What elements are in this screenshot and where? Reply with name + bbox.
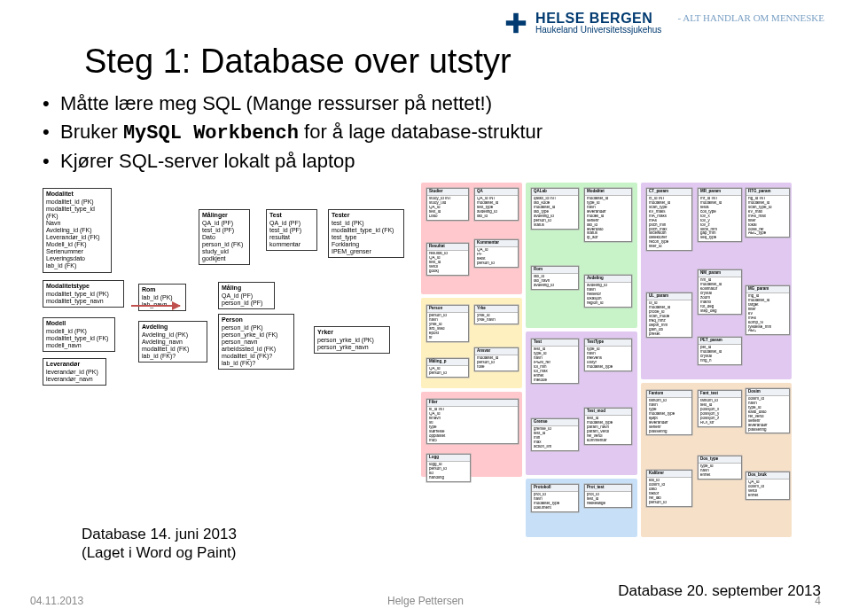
slide-footer: 04.11.2013 Helge Pettersen 4 (30, 595, 821, 607)
schema-box: Dos_typetype_idnavnenhet (698, 456, 742, 480)
schema-box: QAQA_id INTmodalitet_idtest_typeavdeling… (474, 188, 519, 221)
schema-box: Logglogg_idperson_idtidhandling (426, 454, 471, 482)
schema-box: QALabqalab_id INTlab_kodemodalitet_idlab… (531, 188, 579, 230)
slide-title: Steg 1: Database over utstyr (84, 43, 511, 81)
org-name: HELSE BERGEN (535, 12, 661, 26)
svg-rect-1 (506, 20, 526, 26)
org-tagline: - ALT HANDLAR OM MENNESKE (677, 12, 824, 23)
schema-box: Modalitetmodalitet_idtype_idnavnleverand… (584, 188, 632, 242)
bullet-item: Måtte lære meg SQL (Mange ressurser på n… (43, 90, 808, 117)
schema-box: Måling_pQA_idperson_id (426, 358, 469, 378)
schema-box: TestQA_id (PF)test_id (PF)resultatkommen… (266, 209, 317, 251)
schema-box: Modalitetstypemodalitet_type_id (PK)moda… (43, 280, 124, 308)
schema-box: Resultatresultat_idQA_idtest_idverdigodk… (426, 243, 469, 276)
schema-box: Modalitetmodalitet_id (PK)modalitet_type… (43, 188, 112, 273)
schema-box: Fantomfantom_idnavntypemodalitet_typekjø… (646, 390, 692, 435)
schema-box: NM_paramnm_idmodalitet_idkollimatorcryst… (698, 269, 742, 315)
schema-box: Personperson_idnavnyrke_idarb_stedepostt… (426, 305, 469, 342)
bullet-item: Kjører SQL-server lokalt på laptop (43, 148, 808, 175)
schema-box: Modellmodell_id (PK)modalitet_type_id (F… (43, 317, 115, 352)
footer-author: Helge Pettersen (387, 595, 464, 607)
schema-box: Testtest_idtype_idnavnIPEM_reftol_mintol… (531, 339, 579, 384)
footer-date: 04.11.2013 (30, 595, 83, 607)
schema-box: Personperson_id (PK)person_yrke_id (FK)p… (218, 314, 294, 370)
diagram-left: Modalitetmodalitet_id (PK)modalitet_type… (39, 186, 407, 514)
bullet-list: Måtte lære meg SQL (Mange ressurser på n… (43, 90, 808, 176)
schema-box: Protokollprot_idnavnmodalitet_typedokume… (531, 484, 579, 512)
schema-box: TestTypetype_idnavnfrekvensutstyrmodalit… (584, 339, 632, 371)
schema-box: KommentarQA_idPFtekstperson_id (474, 239, 519, 268)
bullet-item: Bruker MySQL Workbench for å lage databa… (43, 119, 808, 147)
footer-page: 4 (815, 595, 821, 607)
bullet-text: Bruker (60, 121, 123, 143)
schema-box: Fant_testfantom_idtest_idposisjon_xposis… (698, 390, 742, 427)
schema-box: PET_parampet_idmodalitet_idcrystalring_n (698, 337, 742, 365)
diagram-right: Studierstudy_id INTstudy_uidQA_idtest_id… (416, 177, 812, 545)
org-logo-block: HELSE BERGEN Haukeland Universitetssjuke… (504, 11, 824, 35)
schema-box: MR_parammr_id INTmodalitet_idteslacoil_t… (698, 188, 742, 242)
schema-box: Filerfil_id INTQA_idfilnavnstitypestørre… (426, 399, 519, 444)
schema-box: Ansvarmodalitet_idperson_idrolle (474, 347, 519, 371)
schema-box: MålingQA_id (PF)person_id (PF) (218, 282, 275, 309)
schema-box: Avdelingavdeling_idnavnhelseforlokasjonr… (584, 275, 632, 308)
caption-line: Database 14. juni 2013 (82, 525, 237, 543)
caption-line: (Laget i Word og Paint) (82, 543, 237, 562)
schema-box: Prot_testprot_idtest_idrekkefølge (584, 484, 632, 508)
schema-box: MG_parammg_idmodalitet_idtargetfilterkVm… (746, 285, 790, 335)
schema-box: Studierstudy_id INTstudy_uidQA_idtest_id… (426, 188, 469, 221)
schema-box: RTG_paramrtg_id INTmodalitet_idscan_type… (746, 188, 790, 238)
schema-box: Leverandørleverandør_id (PK)leverandør_n… (43, 358, 106, 386)
schema-box: AvdelingAvdeling_id (PK)Avdeling_navnmod… (138, 321, 207, 363)
schema-box: MålingerQA_id (PF)test_id (PF)Datoperson… (199, 209, 250, 265)
schema-box: Yrkeyrke_idyrke_navn (474, 305, 519, 324)
schema-box: UL_paramul_idmodalitet_idprobe_idscan_mo… (646, 292, 692, 338)
schema-box: Grensegrense_idtest_idminmaxaction_lim (531, 418, 579, 451)
schema-box: Dos_brukQA_iddosim_idverdienhet (746, 472, 790, 500)
schema-box: Kalibrerkal_iddosim_iddatofaktorref_labp… (646, 470, 692, 507)
schema-box: CT_paramct_id INTmodalitet_idscan_typekV… (646, 188, 692, 251)
org-sub: Haukeland Universitetssjukehus (535, 26, 661, 35)
plus-cross-icon (504, 11, 528, 35)
arrow-icon (131, 305, 180, 307)
schema-box: Testertest_id (PK)modalitet_type_id (FK)… (328, 209, 404, 258)
caption-left: Database 14. juni 2013 (Laget i Word og … (82, 525, 237, 563)
bullet-text: for å lage database-struktur (299, 121, 543, 143)
schema-box: Yrkerperson_yrke_id (PK)person_yrke_navn (314, 326, 390, 354)
schema-box: Dosimdosim_idnavntype_idkalib_datoref_ve… (746, 388, 790, 433)
schema-box: Test_modtest_idmodalitet_typeparam_navnp… (584, 408, 632, 445)
schema-box: Romlab_idlab_navnavdeling_id (531, 266, 579, 290)
bullet-code: MySQL Workbench (123, 122, 299, 144)
